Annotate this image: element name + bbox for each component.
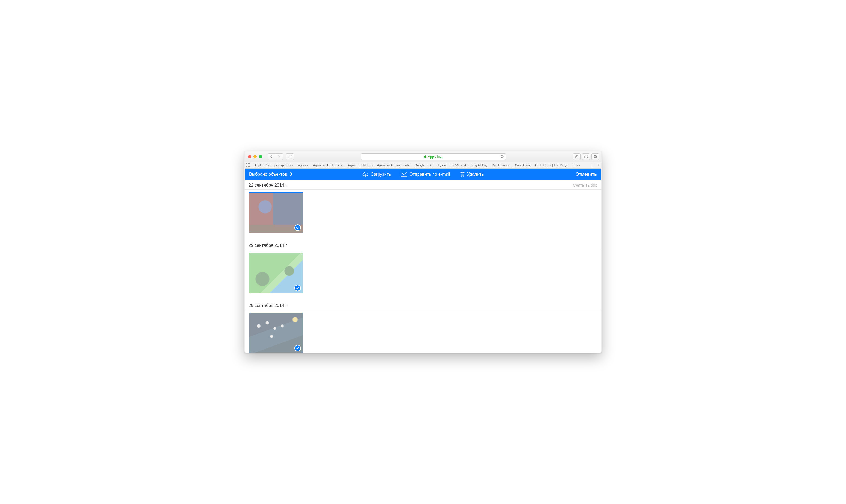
favorite-link[interactable]: Яндекс <box>436 163 447 167</box>
favorite-link[interactable]: picjumbo <box>297 163 309 167</box>
group-date-label: 29 сентября 2014 г. <box>249 303 287 308</box>
favorite-link[interactable]: Темы <box>572 163 580 167</box>
download-button[interactable]: Загрузить <box>362 172 391 177</box>
cloud-download-icon <box>362 172 369 177</box>
group-date-label: 29 сентября 2014 г. <box>249 243 287 248</box>
trash-icon <box>460 172 465 177</box>
window-controls <box>247 155 263 158</box>
favorite-link[interactable]: Mac Rumors: … Care About <box>491 163 531 167</box>
favorite-link[interactable]: Apple News | The Verge <box>534 163 568 167</box>
tabs-button[interactable] <box>582 154 590 160</box>
selection-count-label: Выбрано объектов: 3 <box>249 172 292 177</box>
selected-check-icon <box>294 285 301 291</box>
photo-thumbnail[interactable] <box>249 253 303 293</box>
address-bar[interactable]: Apple Inc. <box>361 154 506 160</box>
photo-grid[interactable]: 22 сентября 2014 г. Снять выбор 29 сентя… <box>245 180 601 353</box>
favorites-bar: Apple (Росс…ресс-релизы picjumbo Админка… <box>245 162 601 169</box>
favorite-link[interactable]: Google <box>415 163 425 167</box>
fullscreen-window-button[interactable] <box>259 155 262 158</box>
back-button[interactable] <box>268 154 275 160</box>
email-label: Отправить по e-mail <box>409 172 450 177</box>
nav-buttons <box>268 154 283 160</box>
favorite-link[interactable]: ВК <box>429 163 433 167</box>
download-label: Загрузить <box>371 172 391 177</box>
titlebar: Apple Inc. <box>245 151 601 162</box>
favorite-link[interactable]: Админка AppleInsider <box>313 163 344 167</box>
mail-icon <box>401 172 407 177</box>
lock-icon <box>424 155 426 158</box>
new-tab-button[interactable]: ＋ <box>595 163 600 167</box>
svg-rect-3 <box>584 156 587 158</box>
photo-thumbnail[interactable] <box>249 313 303 353</box>
sidebar-toggle-button[interactable] <box>286 154 294 160</box>
browser-window: Apple Inc. <box>245 151 601 353</box>
email-button[interactable]: Отправить по e-mail <box>401 172 450 177</box>
selected-check-icon <box>294 345 301 352</box>
photo-group: 22 сентября 2014 г. Снять выбор <box>245 180 601 240</box>
toolbar-right <box>573 154 599 160</box>
deselect-group-button[interactable]: Снять выбор <box>573 183 597 187</box>
close-window-button[interactable] <box>248 155 251 158</box>
favorites-overflow-icon[interactable]: » <box>591 163 593 167</box>
cancel-button[interactable]: Отменить <box>576 172 597 177</box>
favorite-link[interactable]: Админка AndroidInsider <box>377 163 411 167</box>
forward-button[interactable] <box>275 154 283 160</box>
address-bar-label: Apple Inc. <box>428 155 442 159</box>
photo-thumbnail[interactable] <box>249 192 303 233</box>
reload-icon[interactable] <box>500 155 504 158</box>
minimize-window-button[interactable] <box>253 155 257 158</box>
svg-rect-5 <box>401 172 407 177</box>
photo-group: 29 сентября 2014 г. <box>245 240 601 301</box>
svg-rect-0 <box>288 155 292 158</box>
selection-toolbar: Выбрано объектов: 3 Загрузить <box>245 169 601 180</box>
selected-check-icon <box>294 224 301 231</box>
delete-button[interactable]: Удалить <box>460 172 484 177</box>
delete-label: Удалить <box>467 172 484 177</box>
favorite-link[interactable]: Админка Hi-News <box>348 163 373 167</box>
downloads-button[interactable] <box>592 154 599 160</box>
photo-group: 29 сентября 2014 г. <box>245 301 601 353</box>
favorite-link[interactable]: 9to5Mac: Ap…king All Day <box>451 163 488 167</box>
svg-rect-2 <box>424 156 426 158</box>
group-date-label: 22 сентября 2014 г. <box>249 183 287 188</box>
share-button[interactable] <box>573 154 581 160</box>
show-all-bookmarks-icon[interactable] <box>246 163 250 167</box>
favorite-link[interactable]: Apple (Росс…ресс-релизы <box>254 163 293 167</box>
